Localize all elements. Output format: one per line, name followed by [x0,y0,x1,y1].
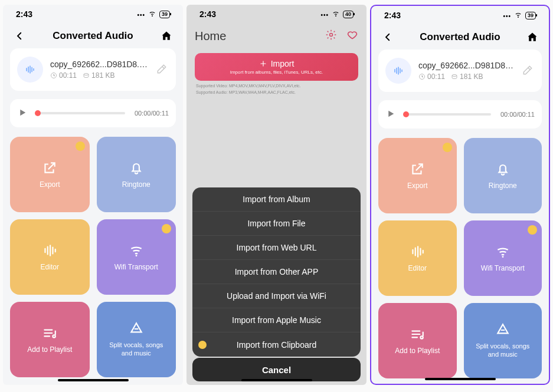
status-icons: 39 [503,11,536,20]
status-time: 2:43 [199,9,216,19]
status-icons: 39 [137,10,170,19]
audio-player: 00:00/00:11 [10,99,176,127]
duration-meta: 00:11 [418,73,445,81]
action-grid: Export Ringtone Editor Wifi Transport Ad… [10,137,176,377]
file-meta: 00:11 181 KB [418,73,515,81]
settings-button[interactable] [325,29,337,43]
player-time: 00:00/00:11 [132,110,169,117]
sheet-import-clipboard[interactable]: Import from Clipboard [192,332,361,357]
svg-point-2 [53,335,55,337]
sheet-import-apple-music[interactable]: Import from Apple Music [192,308,361,332]
split-icon [129,321,144,337]
home-indicator[interactable] [241,379,312,381]
tile-ringtone[interactable]: Ringtone [464,138,542,213]
export-icon [410,162,425,177]
content-area: copy_692662...D981D8.m4a 00:11 181 KB [3,48,183,377]
nav-bar: Converted Audio [3,24,183,48]
status-bar: 2:43 40 [186,5,367,24]
wifi-icon [495,244,511,259]
import-button[interactable]: Import Import from albums, files, iTunes… [195,53,358,81]
plus-icon [259,60,267,68]
screen-converted-audio-1: 2:43 39 Converted Audio copy_692662...D9… [3,5,183,385]
status-bar: 2:43 39 [3,5,183,24]
sheet-import-web-url[interactable]: Import from Web URL [192,236,361,260]
playlist-icon [410,327,425,342]
status-bar: 2:43 39 [371,6,549,25]
size-meta: 181 KB [83,71,114,80]
favorite-button[interactable] [346,29,358,43]
supported-video-hint: Supported Video: MP4,MOV,MKV,M4V,FLV,DIV… [186,83,367,90]
battery-indicator: 39 [525,12,536,19]
seek-slider[interactable] [36,112,125,114]
file-meta: 00:11 181 KB [50,71,149,80]
screen-home-import: 2:43 40 Home Import Import from albums, … [186,5,367,385]
premium-badge-icon [528,225,537,235]
home-indicator[interactable] [425,378,496,380]
waveform-icon [385,58,411,84]
size-meta: 181 KB [451,73,483,81]
sheet-import-file[interactable]: Import from File [192,212,361,236]
svg-point-1 [135,255,137,256]
page-title: Home [195,29,226,43]
tile-export[interactable]: Export [10,137,90,212]
wifi-icon [129,243,144,258]
file-info: copy_692662...D981D8.m4a 00:11 181 KB [50,60,149,80]
nav-bar: Converted Audio [371,25,549,50]
tile-add-to-playlist[interactable]: Add to Playlist [378,303,457,378]
play-button[interactable] [385,108,397,120]
split-icon [495,322,511,338]
back-button[interactable] [379,29,396,45]
svg-point-6 [421,336,423,338]
tile-wifi-transport[interactable]: Wifi Transport [97,219,176,295]
rename-icon[interactable] [156,63,169,76]
file-info: copy_692662...D981D8.m4a 00:11 181 KB [418,61,515,81]
play-button[interactable] [17,107,29,119]
tile-editor[interactable]: Editor [10,219,90,295]
home-button[interactable] [158,28,175,44]
import-action-sheet: Import from Album Import from File Impor… [192,187,361,357]
tile-editor[interactable]: Editor [378,220,457,296]
equalizer-icon [42,243,57,258]
screen-converted-audio-2: 2:43 39 Converted Audio copy_692662...D9… [370,5,550,385]
tile-add-to-playlist[interactable]: Add to Playlist [10,302,90,377]
wifi-icon [332,10,340,19]
tile-export[interactable]: Export [378,138,457,213]
file-name: copy_692662...D981D8.m4a [50,60,149,69]
status-time: 2:43 [16,9,32,19]
disk-icon [451,73,458,80]
cellular-icon [320,10,329,19]
page-title: Converted Audio [53,30,133,42]
nav-bar: Home [186,24,367,48]
premium-badge-icon [76,141,85,151]
playlist-icon [42,325,57,341]
audio-player: 00:00/00:11 [378,100,542,129]
cancel-button[interactable]: Cancel [192,358,361,381]
premium-badge-icon [443,143,452,152]
action-grid: Export Ringtone Editor Wifi Transport Ad… [378,138,542,378]
file-card[interactable]: copy_692662...D981D8.m4a 00:11 181 KB [10,48,176,91]
rename-icon[interactable] [522,64,535,77]
tile-split-vocals[interactable]: Split vocals, songs and music [97,302,176,377]
cellular-icon [503,11,511,20]
tile-wifi-transport[interactable]: Wifi Transport [464,220,542,296]
home-button[interactable] [524,29,541,45]
battery-indicator: 40 [343,11,354,18]
duration-meta: 00:11 [50,71,77,80]
waveform-icon [17,57,43,83]
file-name: copy_692662...D981D8.m4a [418,61,515,70]
tile-split-vocals[interactable]: Split vocals, songs and music [464,303,542,378]
tile-ringtone[interactable]: Ringtone [97,137,176,212]
back-button[interactable] [11,28,28,44]
home-indicator[interactable] [58,379,129,381]
bell-icon [129,160,144,176]
premium-badge-icon [198,341,207,349]
player-time: 00:00/00:11 [498,111,535,118]
file-card[interactable]: copy_692662...D981D8.m4a 00:11 181 KB [378,50,542,92]
sheet-import-album[interactable]: Import from Album [192,187,361,212]
sheet-import-wifi[interactable]: Upload and Import via WiFi [192,284,361,308]
content-area: copy_692662...D981D8.m4a 00:11 181 KB [371,50,549,378]
seek-slider[interactable] [404,113,491,116]
sheet-import-other-app[interactable]: Import from Other APP [192,260,361,284]
cellular-icon [137,10,145,19]
svg-point-5 [502,256,503,258]
